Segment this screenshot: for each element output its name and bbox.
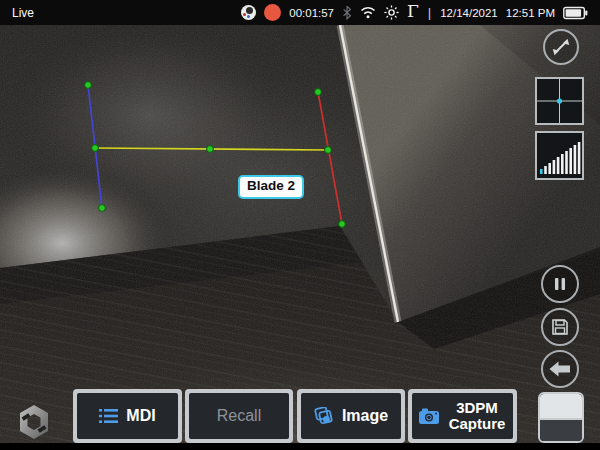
status-separator: |	[428, 5, 431, 20]
image-button-label: Image	[342, 407, 388, 424]
borescope-screen: Blade 2 Live 00:01:57	[0, 0, 600, 450]
measurement-cursor-point[interactable]	[315, 89, 322, 96]
zoom-level-button[interactable]	[535, 131, 584, 180]
mdi-button-label: MDI	[126, 407, 155, 424]
time-label: 12:51 PM	[506, 7, 555, 19]
recall-button-label: Recall	[217, 407, 261, 424]
recall-button[interactable]: Recall	[185, 389, 293, 443]
measurement-cursor-point[interactable]	[92, 145, 99, 152]
measurement-cursor-point[interactable]	[99, 205, 106, 212]
camera-icon	[418, 407, 440, 425]
bluetooth-icon	[342, 5, 352, 20]
status-bar: Live 00:01:57 Γ	[0, 0, 600, 25]
pause-button[interactable]	[541, 265, 579, 303]
save-icon	[550, 317, 570, 337]
expand-view-button[interactable]	[543, 29, 579, 65]
measurement-cursor-point[interactable]	[85, 82, 92, 89]
screen-page-toggle-button[interactable]	[538, 392, 584, 443]
brightness-icon	[384, 5, 399, 20]
mdi-button[interactable]: MDI	[73, 389, 182, 443]
palette-icon	[241, 5, 256, 20]
level-bars-icon	[537, 133, 582, 178]
battery-icon	[563, 6, 588, 20]
measurement-cursor-point[interactable]	[339, 221, 346, 228]
measurement-label[interactable]: Blade 2	[238, 175, 304, 199]
record-timer: 00:01:57	[289, 7, 334, 19]
measurement-cursor-point[interactable]	[325, 147, 332, 154]
measurement-overlay[interactable]	[0, 0, 600, 450]
date-label: 12/14/2021	[440, 7, 498, 19]
image-layers-icon	[314, 407, 334, 425]
image-button[interactable]: Image	[297, 389, 405, 443]
record-indicator	[264, 4, 281, 21]
bottom-edge	[0, 443, 600, 450]
gamma-icon: Γ	[407, 3, 419, 20]
measurement-cursor-point[interactable]	[207, 146, 214, 153]
save-button[interactable]	[541, 308, 579, 346]
live-indicator-label: Live	[12, 6, 34, 20]
toggle-top-half	[540, 394, 582, 420]
3dpm-capture-button[interactable]: 3DPM Capture	[408, 389, 517, 443]
back-arrow-icon	[549, 360, 571, 378]
mdi-list-icon	[99, 408, 118, 424]
3dpm-capture-button-label: 3DPM Capture	[447, 400, 507, 432]
pause-icon	[552, 276, 568, 292]
zoom-reticle-button[interactable]	[535, 77, 584, 125]
expand-arrows-icon	[550, 36, 572, 58]
waygate-logo	[14, 399, 54, 447]
red-cursor-line[interactable]	[318, 92, 342, 224]
toggle-bottom-half	[540, 420, 582, 441]
crosshair-icon	[537, 79, 582, 123]
back-button[interactable]	[541, 350, 579, 388]
wifi-icon	[360, 6, 376, 19]
